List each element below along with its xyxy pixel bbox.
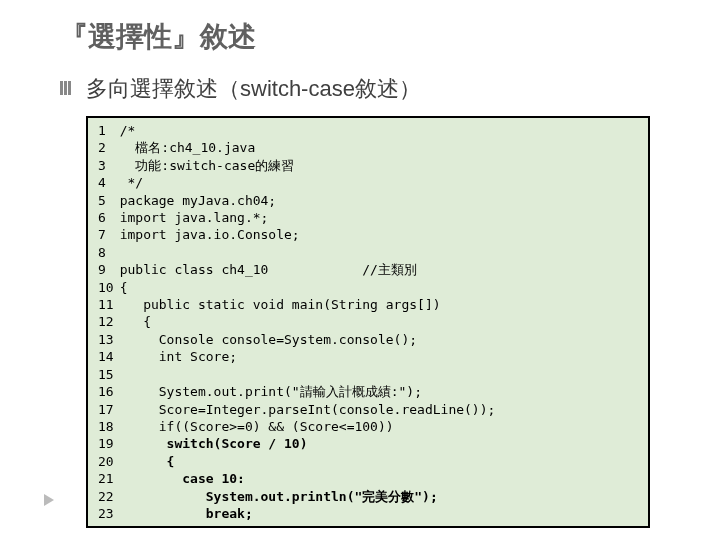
subtitle-row: 多向選擇敘述（switch-case敘述） <box>60 74 680 104</box>
bullet-icon <box>60 81 76 97</box>
code-lines: /* 檔名:ch4_10.java 功能:switch-case的練習 */ p… <box>120 118 500 526</box>
code-block: 1 2 3 4 5 6 7 8 9 10 11 12 13 14 15 16 1… <box>86 116 650 528</box>
slide-subtitle: 多向選擇敘述（switch-case敘述） <box>86 74 421 104</box>
arrow-icon <box>44 494 54 506</box>
slide-title: 『選擇性』敘述 <box>60 18 680 56</box>
line-numbers: 1 2 3 4 5 6 7 8 9 10 11 12 13 14 15 16 1… <box>88 118 120 526</box>
